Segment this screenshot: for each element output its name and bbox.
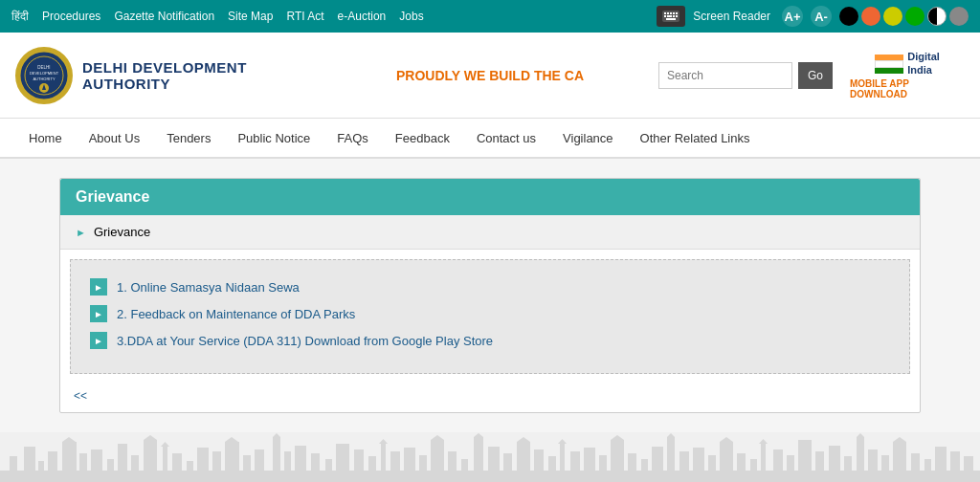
item-arrow-icon: ► — [90, 278, 107, 296]
svg-rect-77 — [652, 447, 663, 471]
header: DELHI DEVELOPMENT AUTHORITY DELHI DEVELO… — [0, 33, 980, 119]
grievance-link-3[interactable]: 3.DDA at Your Service (DDA 311) Download… — [117, 334, 493, 348]
svg-marker-79 — [667, 433, 675, 437]
main-content: Grievance ► Grievance ► 1. Online Samasy… — [0, 159, 980, 432]
svg-rect-54 — [404, 448, 415, 471]
svg-rect-45 — [295, 446, 306, 471]
svg-rect-80 — [679, 451, 689, 471]
svg-rect-8 — [673, 15, 675, 17]
list-item[interactable]: ► 1. Online Samasya Nidaan Sewa — [90, 274, 890, 300]
theme-black[interactable] — [839, 7, 858, 26]
svg-rect-30 — [144, 440, 157, 471]
svg-rect-2 — [667, 12, 669, 14]
search-button[interactable]: Go — [798, 62, 833, 89]
org-name: DELHI DEVELOPMENT AUTHORITY — [82, 59, 322, 92]
color-themes — [839, 7, 969, 26]
nav-public-notice[interactable]: Public Notice — [224, 121, 323, 155]
top-bar: हिंदी Procedures Gazette Notification Si… — [0, 0, 980, 33]
nav-rti[interactable]: RTI Act — [286, 10, 323, 23]
list-item[interactable]: ► 3.DDA at Your Service (DDA 311) Downlo… — [90, 327, 890, 354]
svg-rect-53 — [390, 451, 400, 471]
svg-rect-21 — [38, 461, 44, 471]
logo-circle: DELHI DEVELOPMENT AUTHORITY — [15, 47, 73, 104]
grievance-section-row[interactable]: ► Grievance — [60, 215, 920, 250]
svg-marker-24 — [62, 437, 76, 442]
svg-rect-56 — [431, 440, 444, 471]
svg-rect-64 — [517, 442, 530, 471]
svg-rect-102 — [924, 459, 931, 471]
nav-tenders[interactable]: Tenders — [153, 121, 224, 155]
theme-bw[interactable] — [927, 7, 947, 26]
theme-green[interactable] — [905, 7, 924, 26]
top-bar-tools: Screen Reader A+ A- — [657, 6, 969, 27]
svg-rect-51 — [381, 444, 386, 471]
svg-rect-7 — [667, 15, 672, 17]
svg-rect-63 — [503, 453, 512, 471]
svg-rect-78 — [667, 437, 675, 471]
mobile-app-area: DigitalIndia MOBILE APP DOWNLOAD — [850, 51, 965, 99]
nav-about-us[interactable]: About Us — [76, 121, 153, 155]
svg-rect-66 — [534, 449, 544, 471]
svg-rect-3 — [670, 12, 672, 14]
svg-rect-104 — [950, 451, 960, 471]
grievance-list-area: ► 1. Online Samasya Nidaan Sewa ► 2. Fee… — [70, 259, 910, 374]
svg-rect-94 — [844, 456, 852, 471]
svg-rect-40 — [243, 455, 251, 471]
svg-rect-75 — [628, 453, 636, 471]
nav-vigilance[interactable]: Vigilance — [549, 121, 627, 155]
svg-rect-10 — [666, 18, 676, 20]
svg-rect-26 — [91, 449, 102, 471]
increase-font-icon[interactable]: A+ — [782, 6, 803, 27]
nav-feedback[interactable]: Feedback — [382, 121, 463, 155]
digital-india-text: DigitalIndia — [907, 51, 940, 76]
nav-gazette[interactable]: Gazette Notification — [114, 10, 214, 23]
svg-rect-41 — [255, 449, 264, 471]
theme-orange[interactable] — [861, 7, 880, 26]
skyline — [0, 432, 980, 482]
lang-hindi[interactable]: हिंदी — [11, 10, 29, 23]
svg-marker-65 — [517, 437, 530, 442]
nav-jobs[interactable]: Jobs — [399, 10, 423, 23]
svg-rect-37 — [212, 451, 221, 471]
nav-other-links[interactable]: Other Related Links — [627, 121, 764, 155]
svg-rect-93 — [829, 446, 840, 471]
svg-rect-29 — [131, 455, 139, 471]
mobile-app-label[interactable]: MOBILE APP DOWNLOAD — [850, 78, 965, 99]
svg-marker-33 — [161, 442, 169, 447]
svg-rect-42 — [273, 437, 280, 471]
nav-faqs[interactable]: FAQs — [323, 121, 382, 155]
keyboard-icon[interactable] — [657, 6, 685, 27]
svg-rect-38 — [225, 442, 239, 471]
list-item[interactable]: ► 2. Feedback on Maintenance of DDA Park… — [90, 300, 890, 327]
svg-rect-9 — [676, 15, 678, 17]
svg-marker-69 — [558, 439, 567, 444]
decrease-font-icon[interactable]: A- — [811, 6, 832, 27]
theme-gray[interactable] — [949, 7, 969, 26]
nav-eauction[interactable]: e-Auction — [338, 10, 387, 23]
nav-contact-us[interactable]: Contact us — [463, 121, 549, 155]
india-flag — [875, 55, 903, 74]
svg-rect-23 — [62, 442, 77, 471]
search-input[interactable] — [658, 62, 792, 89]
svg-rect-62 — [488, 447, 500, 471]
svg-rect-19 — [10, 456, 17, 471]
svg-marker-57 — [431, 435, 444, 440]
svg-rect-105 — [964, 456, 973, 471]
theme-yellow[interactable] — [883, 7, 902, 26]
back-link[interactable]: << — [60, 383, 102, 412]
svg-rect-32 — [163, 447, 167, 471]
svg-rect-18 — [0, 471, 980, 482]
svg-marker-43 — [273, 433, 280, 437]
svg-rect-55 — [419, 455, 427, 471]
grievance-link-1[interactable]: 1. Online Samasya Nidaan Sewa — [117, 280, 300, 295]
nav-sitemap[interactable]: Site Map — [228, 10, 273, 23]
logo-area: DELHI DEVELOPMENT AUTHORITY DELHI DEVELO… — [15, 47, 322, 104]
svg-rect-67 — [548, 456, 556, 471]
svg-marker-52 — [379, 439, 388, 444]
svg-rect-90 — [787, 455, 794, 471]
svg-rect-76 — [641, 459, 648, 471]
digital-india-logo: DigitalIndia — [875, 51, 940, 76]
grievance-link-2[interactable]: 2. Feedback on Maintenance of DDA Parks — [117, 307, 355, 321]
nav-home[interactable]: Home — [15, 121, 76, 155]
nav-procedures[interactable]: Procedures — [42, 10, 100, 23]
